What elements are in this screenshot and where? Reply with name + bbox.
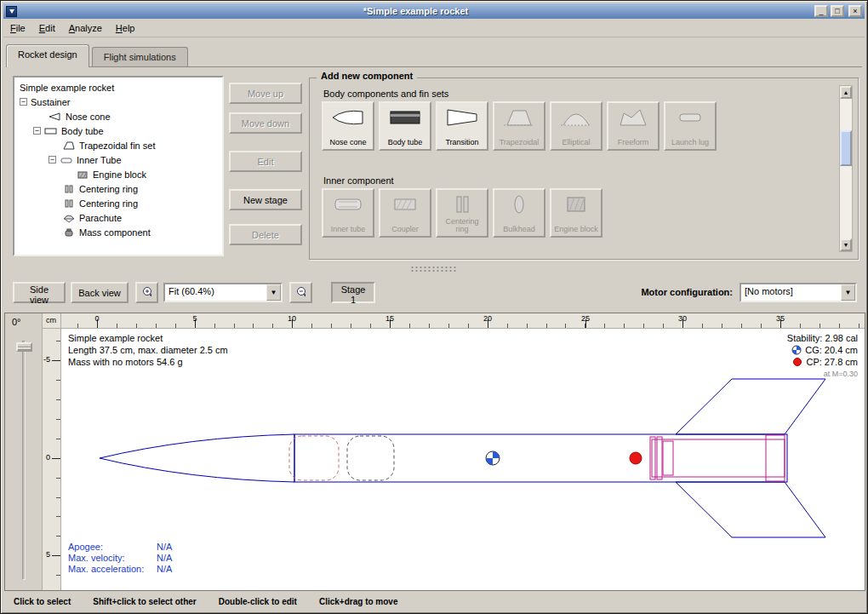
transition-icon [445, 106, 479, 131]
add-coupler-button: Coupler [379, 188, 431, 238]
ruler-tick-label: 0 [94, 314, 99, 323]
menu-file[interactable]: File [3, 20, 32, 36]
rotation-panel: 0° [5, 313, 43, 590]
status-hints: Click to select Shift+click to select ot… [3, 592, 865, 611]
max-velocity-value: N/A [157, 553, 172, 563]
cp-marker [630, 452, 642, 464]
hint-drag: Click+drag to move [319, 597, 398, 606]
centering-ring-icon [62, 198, 76, 209]
ruler-tick-label: 5 [46, 550, 50, 559]
design-canvas: 0° cm 0 5 10 15 20 25 30 35 -5 0 5 [4, 313, 865, 591]
collapse-icon[interactable]: − [33, 127, 41, 135]
maximize-button[interactable]: □ [831, 5, 844, 17]
splitter-handle[interactable] [410, 266, 458, 273]
body-section-label: Body components and fin sets [323, 89, 448, 99]
rotation-slider[interactable] [22, 341, 26, 580]
add-engine-block-button: Engine block [550, 188, 602, 238]
rotation-slider-handle[interactable] [16, 342, 32, 352]
tree-item-mass-component[interactable]: Mass component [14, 225, 222, 239]
motor-configuration-value: [No motors] [741, 284, 841, 301]
centering-ring-icon [445, 193, 479, 218]
tree-item-trapezoidal-fin-set[interactable]: Trapezoidal fin set [14, 138, 222, 152]
collapse-icon[interactable]: − [20, 98, 27, 106]
centering-ring-icon [62, 184, 76, 194]
add-transition-button[interactable]: Transition [436, 101, 488, 151]
inner-tube-icon [60, 155, 73, 165]
freeform-fin-icon [616, 106, 650, 131]
hint-shift-click: Shift+click to select other [93, 597, 196, 606]
zoom-out-button[interactable] [289, 282, 312, 303]
tree-item-label: Inner Tube [77, 155, 122, 165]
ruler-tick-label: 20 [483, 314, 492, 323]
tree-item-label: Engine block [93, 169, 146, 180]
horizontal-ruler: 0 5 10 15 20 25 30 35 [61, 313, 865, 329]
new-stage-button[interactable]: New stage [229, 189, 302, 210]
rocket-info: Simple example rocket Length 37.5 cm, ma… [68, 332, 228, 368]
tree-item-centering-ring-2[interactable]: Centering ring [14, 196, 222, 210]
zoom-select[interactable]: Fit (60.4%) ▼ [163, 283, 283, 302]
rocket-drawing-area[interactable]: Simple example rocket Length 37.5 cm, ma… [61, 329, 865, 590]
tree-item-nose-cone[interactable]: Nose cone [14, 109, 222, 123]
engine-block-icon [76, 169, 89, 180]
component-tree[interactable]: Simple example rocket − Sustainer Nose c… [13, 76, 224, 256]
ruler-tick-label: 5 [192, 314, 197, 323]
nose-cone-icon [331, 106, 365, 131]
cg-legend-icon [791, 345, 802, 355]
flight-data: Apogee:N/A Max. velocity:N/A Max. accele… [68, 542, 172, 575]
component-panel-scrollbar[interactable]: ▲ ▼ [839, 85, 853, 252]
tree-item-body-tube[interactable]: − Body tube [14, 123, 222, 138]
body-tube-icon [388, 106, 422, 131]
ruler-tick-label: 25 [581, 314, 590, 323]
tree-item-label: Trapezoidal fin set [79, 141, 155, 151]
mach-note: at M=0.30 [787, 368, 858, 380]
tab-rocket-design[interactable]: Rocket design [6, 44, 89, 67]
collapse-icon[interactable]: − [49, 156, 56, 164]
close-button[interactable]: × [848, 5, 862, 17]
stage-1-toggle[interactable]: Stage 1 [331, 282, 375, 303]
add-nose-cone-button[interactable]: Nose cone [322, 101, 374, 151]
add-component-panel: Add new component Body components and fi… [309, 77, 859, 260]
inner-section-label: Inner component [323, 175, 394, 186]
apogee-label: Apogee: [68, 542, 157, 553]
side-view-button[interactable]: Side view [13, 282, 66, 303]
tree-item-label: Parachute [79, 213, 122, 223]
motor-configuration-select[interactable]: [No motors] ▼ [740, 283, 857, 302]
parachute-outline [289, 436, 339, 480]
menu-edit[interactable]: Edit [32, 20, 62, 36]
delete-button: Delete [229, 224, 302, 245]
scroll-down-icon[interactable]: ▼ [840, 238, 852, 251]
menu-bar: File Edit Analyze Help [3, 20, 865, 37]
ruler-tick-label: 0 [46, 453, 50, 462]
minimize-button[interactable]: _ [814, 5, 828, 17]
max-acceleration-value: N/A [157, 564, 172, 574]
menu-analyze[interactable]: Analyze [62, 20, 109, 36]
tree-item-sustainer[interactable]: − Sustainer [14, 95, 222, 109]
chevron-down-icon[interactable]: ▼ [841, 284, 855, 301]
tree-item-inner-tube[interactable]: − Inner Tube [14, 152, 222, 167]
tree-item-label: Centering ring [79, 198, 138, 209]
add-inner-tube-button: Inner tube [322, 188, 374, 238]
tree-item-engine-block[interactable]: Engine block [14, 167, 222, 181]
tab-flight-simulations[interactable]: Flight simulations [92, 47, 188, 66]
zoom-in-button[interactable] [135, 282, 158, 303]
add-elliptical-fin-button: Elliptical [550, 101, 602, 151]
add-body-tube-button[interactable]: Body tube [379, 101, 431, 151]
tree-item-label: Simple example rocket [20, 83, 114, 93]
main-tabs: Rocket design Flight simulations [6, 40, 862, 67]
inner-tube-icon [331, 193, 365, 218]
add-trapezoidal-fin-button: Trapezoidal [493, 101, 545, 151]
tree-item-parachute[interactable]: Parachute [14, 210, 222, 225]
tree-item-centering-ring-1[interactable]: Centering ring [14, 181, 222, 196]
scrollbar-thumb[interactable] [840, 130, 852, 166]
back-view-button[interactable]: Back view [71, 282, 128, 303]
move-up-button: Move up [229, 83, 302, 104]
title-bar[interactable]: *Simple example rocket _ □ × [3, 3, 865, 19]
tree-item-rocket[interactable]: Simple example rocket [14, 80, 222, 95]
menu-help[interactable]: Help [109, 20, 142, 36]
ruler-tick-label: -5 [43, 355, 50, 364]
hint-click-select: Click to select [14, 597, 71, 606]
window-icon[interactable] [6, 6, 17, 17]
chevron-down-icon[interactable]: ▼ [266, 284, 281, 301]
scroll-up-icon[interactable]: ▲ [840, 86, 852, 99]
motor-mount-outline [650, 435, 785, 481]
